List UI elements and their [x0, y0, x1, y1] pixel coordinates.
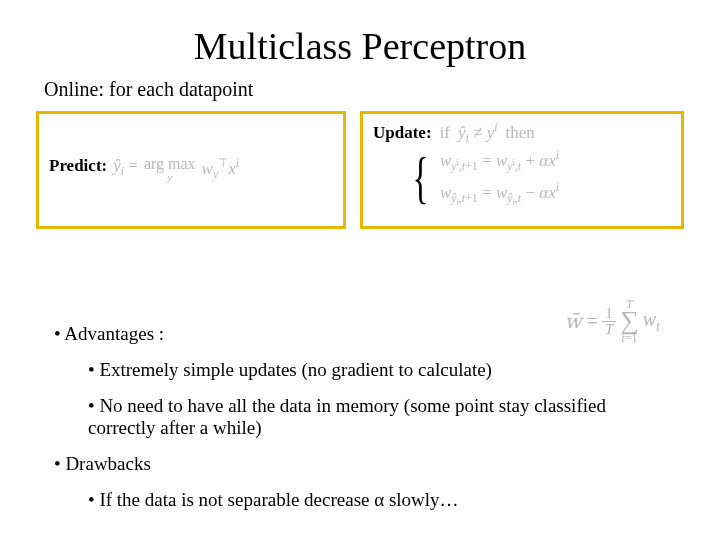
bullet-adv2: • No need to have all the data in memory…: [88, 395, 648, 439]
update-box: Update: if ŷi ≠ yi then { wyi,t+1 = wyi,…: [360, 111, 684, 229]
argmax: arg max y: [144, 156, 196, 183]
predict-rhs: wy⊤xi: [202, 156, 239, 182]
wbar-sum-bot: t=1: [621, 332, 637, 344]
slide: Multiclass Perceptron Online: for each d…: [0, 0, 720, 540]
formula-boxes: Predict: ŷi = arg max y wy⊤xi Update: if…: [36, 111, 684, 229]
wbar-lhs: w̄ =: [564, 309, 597, 333]
slide-title: Multiclass Perceptron: [36, 24, 684, 68]
predict-box: Predict: ŷi = arg max y wy⊤xi: [36, 111, 346, 229]
update-head: Update: if ŷi ≠ yi then: [373, 120, 535, 146]
update-label: Update:: [373, 123, 432, 143]
online-line: Online: for each datapoint: [44, 78, 684, 101]
update-if: if: [440, 123, 450, 143]
wbar-frac-den: T: [602, 322, 616, 337]
brace-icon: {: [412, 150, 428, 206]
bullet-drawbacks: • Drawbacks: [54, 453, 684, 475]
update-eq2: wŷi,t+1 = wŷi,t − αxi: [440, 180, 559, 207]
wbar-term: wt: [643, 308, 660, 335]
sum-icon: ∑: [620, 310, 639, 332]
predict-label: Predict:: [49, 156, 107, 176]
bullets: • Advantages : • Extremely simple update…: [54, 323, 684, 511]
argmax-sub: y: [167, 172, 172, 183]
wbar-frac: 1 T: [602, 306, 616, 337]
update-cond: ŷi ≠ yi: [458, 120, 498, 146]
predict-lhs: ŷi =: [113, 156, 138, 179]
update-then: then: [506, 123, 535, 143]
bullet-drw1: • If the data is not separable decrease …: [88, 489, 648, 511]
wbar-frac-num: 1: [602, 306, 616, 322]
wbar-formula: w̄ = 1 T T ∑ t=1 wt: [564, 298, 660, 344]
bullet-adv1: • Extremely simple updates (no gradient …: [88, 359, 648, 381]
predict-content: Predict: ŷi = arg max y wy⊤xi: [49, 156, 239, 183]
wbar-sum: T ∑ t=1: [620, 298, 639, 344]
update-body: { wyi,t+1 = wyi,t + αxi wŷi,t+1 = wŷi,t …: [407, 148, 559, 207]
update-eq1: wyi,t+1 = wyi,t + αxi: [440, 148, 559, 174]
update-equations: wyi,t+1 = wyi,t + αxi wŷi,t+1 = wŷi,t − …: [440, 148, 559, 207]
argmax-top: arg max: [144, 156, 196, 172]
